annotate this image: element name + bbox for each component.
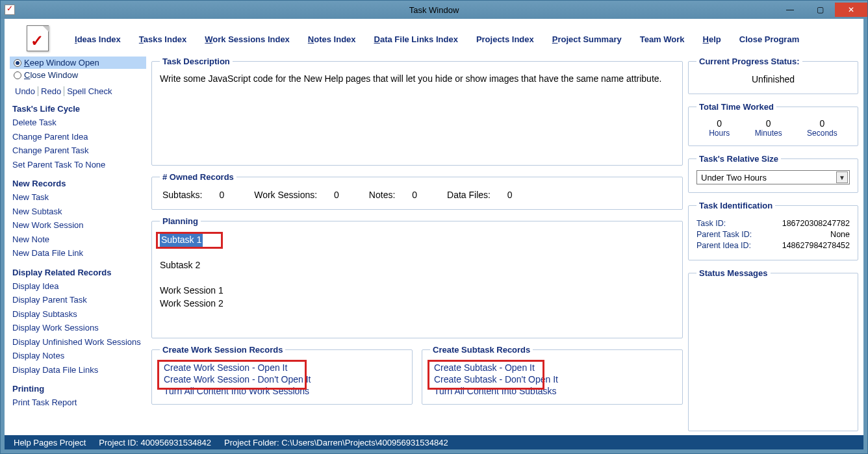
owned-records-legend: # Owned Records	[160, 172, 236, 182]
hours-value: 0	[709, 118, 730, 129]
app-icon-small	[5, 5, 15, 15]
link-display-work-sessions[interactable]: Display Work Sessions	[12, 322, 146, 334]
link-change-parent-idea[interactable]: Change Parent Idea	[12, 131, 146, 144]
link-change-parent-task[interactable]: Change Parent Task	[12, 144, 146, 157]
nav-tasks-index[interactable]: Tasks Index	[139, 34, 186, 44]
radio-keep-window-open[interactable]: Keep Window Open	[10, 57, 146, 69]
nav-notes-index[interactable]: Notes Index	[308, 34, 356, 44]
undo-link[interactable]: Undo	[12, 86, 38, 96]
task-ident-legend: Task Identification	[696, 201, 775, 210]
center-column: Task Description Write some JavaScript c…	[151, 57, 683, 431]
link-new-task[interactable]: New Task	[12, 191, 146, 204]
minimize-button[interactable]: —	[775, 3, 805, 17]
link-display-unfinished-ws[interactable]: Display Unfinished Work Sessions	[12, 336, 146, 349]
link-display-subtasks[interactable]: Display Subtasks	[12, 308, 146, 321]
planning-group: Planning Subtask 1 Subtask 2 Work Sessio…	[151, 216, 683, 338]
link-display-notes[interactable]: Display Notes	[12, 349, 146, 362]
sidebar-head-display: Display Related Records	[12, 268, 146, 277]
task-id-value: 186720308247782	[782, 219, 850, 228]
create-st-legend: Create Subtask Records	[430, 345, 533, 355]
status-messages-legend: Status Messages	[696, 268, 771, 278]
link-set-parent-none[interactable]: Set Parent Task To None	[12, 158, 146, 171]
sidebar-head-new-records: New Records	[12, 179, 146, 188]
link-new-data-file-link[interactable]: New Data File Link	[12, 247, 146, 260]
seconds-label: Seconds	[807, 129, 837, 138]
total-time-group: Total Time Worked 0Hours 0Minutes 0Secon…	[688, 102, 858, 146]
planning-legend: Planning	[160, 216, 201, 226]
window-title: Task Window	[409, 5, 459, 15]
task-description-group: Task Description Write some JavaScript c…	[151, 57, 683, 166]
sidebar: Keep Window Open Close Window Undo Redo …	[10, 57, 146, 431]
parent-idea-id-value: 148627984278452	[782, 241, 850, 250]
link-display-data-file-links[interactable]: Display Data File Links	[12, 364, 146, 377]
task-description-text[interactable]: Write some JavaScript code for the New H…	[160, 73, 674, 85]
planning-ws2: Work Session 2	[160, 298, 223, 309]
owned-ws-label: Work Sessions:	[254, 190, 317, 200]
status-project-id: Project ID: 400956931534842	[99, 438, 211, 448]
create-work-session-group: Create Work Session Records Create Work …	[151, 345, 413, 405]
owned-ws-value: 0	[334, 190, 339, 200]
link-delete-task[interactable]: Delete Task	[12, 116, 146, 129]
titlebar: Task Window — ▢ ✕	[1, 1, 867, 19]
redo-link[interactable]: Redo	[38, 86, 64, 96]
nav-close-program[interactable]: Close Program	[739, 34, 799, 44]
minutes-value: 0	[755, 118, 782, 129]
status-messages-group: Status Messages	[688, 268, 858, 431]
owned-df-value: 0	[507, 190, 513, 200]
close-button[interactable]: ✕	[835, 3, 867, 17]
client-area: ✓ Ideas Index Tasks Index Work Sessions …	[5, 19, 863, 449]
relative-size-group: Task's Relative Size Under Two Hours ▼	[688, 154, 858, 193]
owned-df-label: Data Files:	[447, 190, 491, 200]
minutes-label: Minutes	[755, 129, 782, 138]
statusbar: Help Pages Project Project ID: 400956931…	[5, 435, 863, 449]
sidebar-head-lifecycle: Task's Life Cycle	[12, 104, 146, 114]
chevron-down-icon: ▼	[836, 171, 848, 183]
progress-legend: Current Progress Status:	[696, 57, 802, 66]
task-description-legend: Task Description	[160, 57, 233, 66]
nav-project-summary[interactable]: Project Summary	[552, 34, 622, 44]
link-new-work-session[interactable]: New Work Session	[12, 219, 146, 232]
top-nav: ✓ Ideas Index Tasks Index Work Sessions …	[5, 19, 863, 54]
seconds-value: 0	[807, 118, 837, 129]
progress-status-group: Current Progress Status: Unfinished	[688, 57, 858, 94]
link-new-subtask[interactable]: New Subtask	[12, 205, 146, 218]
relative-size-value: Under Two Hours	[701, 173, 767, 183]
link-print-task-report[interactable]: Print Task Report	[12, 396, 146, 409]
owned-notes-value: 0	[412, 190, 417, 200]
right-column: Current Progress Status: Unfinished Tota…	[688, 57, 858, 431]
relative-size-select[interactable]: Under Two Hours ▼	[696, 170, 850, 184]
task-id-label: Task ID:	[696, 219, 726, 228]
maximize-button[interactable]: ▢	[805, 3, 835, 17]
relative-size-legend: Task's Relative Size	[696, 154, 781, 164]
highlight-create-st	[428, 360, 544, 390]
spell-check-link[interactable]: Spell Check	[64, 86, 114, 96]
parent-task-id-label: Parent Task ID:	[696, 230, 752, 239]
owned-notes-label: Notes:	[369, 190, 395, 200]
link-new-note[interactable]: New Note	[12, 233, 146, 246]
nav-ideas-index[interactable]: Ideas Index	[75, 34, 121, 44]
nav-team-work[interactable]: Team Work	[640, 34, 685, 44]
create-ws-legend: Create Work Session Records	[160, 345, 285, 355]
parent-task-id-value: None	[830, 230, 850, 239]
progress-value: Unfinished	[696, 73, 850, 86]
link-display-idea[interactable]: Display Idea	[12, 280, 146, 293]
highlight-create-ws	[157, 360, 307, 390]
link-display-parent-task[interactable]: Display Parent Task	[12, 294, 146, 307]
highlight-subtask1	[156, 232, 223, 249]
task-identification-group: Task Identification Task ID:186720308247…	[688, 201, 858, 260]
status-project-name: Help Pages Project	[14, 438, 86, 448]
planning-subtask2: Subtask 2	[160, 260, 200, 270]
nav-work-sessions-index[interactable]: Work Sessions Index	[205, 34, 290, 44]
planning-text[interactable]: Subtask 1 Subtask 2 Work Session 1 Work …	[160, 233, 674, 330]
sidebar-head-printing: Printing	[12, 384, 146, 394]
nav-data-file-links-index[interactable]: Data File Links Index	[374, 34, 458, 44]
owned-subtasks-label: Subtasks:	[162, 190, 202, 200]
nav-projects-index[interactable]: Projects Index	[476, 34, 534, 44]
nav-help[interactable]: Help	[703, 34, 721, 44]
hours-label: Hours	[709, 129, 730, 138]
create-subtask-group: Create Subtask Records Create Subtask - …	[422, 345, 683, 405]
owned-records-group: # Owned Records Subtasks: 0 Work Session…	[151, 172, 683, 210]
planning-ws1: Work Session 1	[160, 285, 223, 296]
radio-close-window[interactable]: Close Window	[10, 69, 146, 81]
owned-subtasks-value: 0	[219, 190, 224, 200]
